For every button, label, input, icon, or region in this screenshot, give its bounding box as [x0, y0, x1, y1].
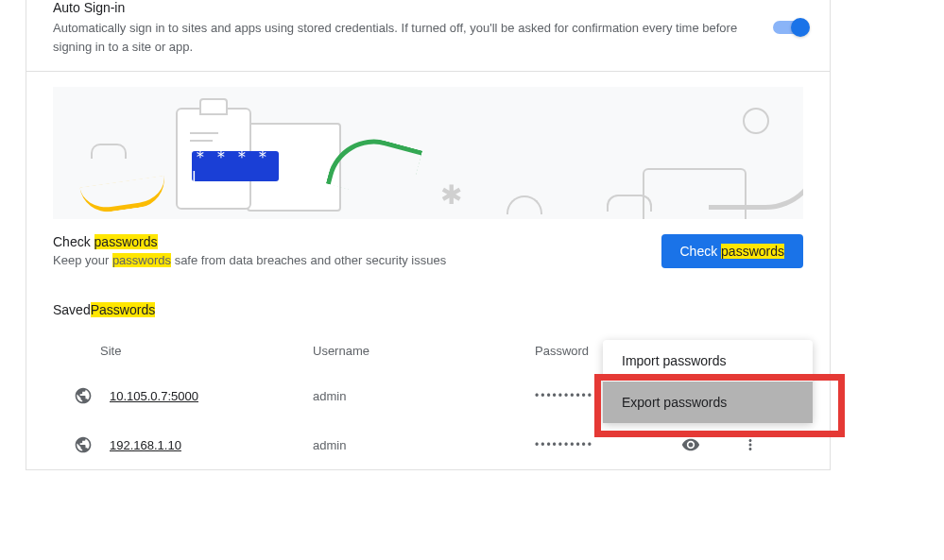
illustration-banner: ＊＊＊＊ | ✱ — [53, 87, 803, 219]
username-cell: admin — [313, 438, 535, 452]
site-link[interactable]: 10.105.0.7:5000 — [110, 389, 313, 403]
globe-icon — [74, 435, 93, 454]
globe-icon — [74, 386, 93, 405]
menu-import-passwords[interactable]: Import passwords — [603, 340, 813, 382]
eye-icon[interactable] — [681, 435, 700, 454]
auto-signin-title: Auto Sign-in — [53, 0, 750, 15]
auto-signin-desc: Automatically sign in to sites and apps … — [53, 19, 750, 56]
check-title: Check passwords — [53, 234, 639, 249]
auto-signin-section: Auto Sign-in Automatically sign in to si… — [26, 0, 830, 72]
username-cell: admin — [313, 389, 535, 403]
table-row: 192.168.1.10 admin •••••••••• — [26, 420, 830, 469]
check-passwords-row: Check passwords Keep your passwords safe… — [26, 219, 830, 297]
check-passwords-button[interactable]: Check passwords — [661, 234, 804, 268]
check-desc: Keep your passwords safe from data breac… — [53, 253, 639, 267]
col-username: Username — [313, 344, 535, 358]
password-cell: •••••••••• — [535, 438, 681, 451]
site-link[interactable]: 192.168.1.10 — [110, 438, 313, 452]
more-vert-icon[interactable] — [742, 436, 759, 453]
auto-signin-toggle[interactable] — [773, 21, 807, 34]
saved-passwords-header: Saved Passwords — [26, 297, 830, 331]
menu-export-passwords[interactable]: Export passwords — [603, 382, 813, 423]
context-menu: Import passwords Export passwords — [603, 340, 813, 423]
col-site: Site — [100, 344, 313, 358]
toggle-knob — [791, 18, 810, 37]
